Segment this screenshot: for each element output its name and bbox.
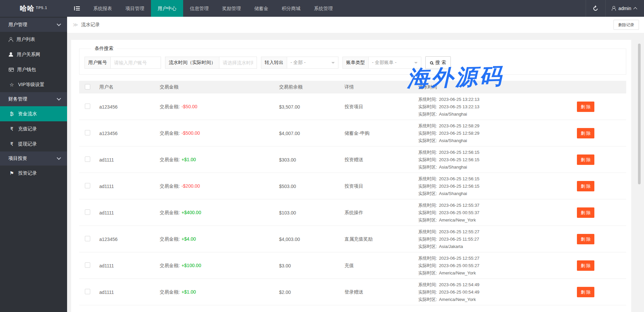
time-line: 实际时区:Asia/Shanghai [418, 190, 566, 197]
refresh-icon [593, 5, 599, 11]
time-line: 实际时间:2023-06-25 00:54:49 [418, 289, 566, 296]
sidebar-item-label: 充值记录 [18, 126, 37, 132]
row-checkbox[interactable] [85, 262, 90, 268]
users-icon [9, 52, 13, 57]
delete-row-button[interactable]: 删 除 [577, 234, 594, 244]
delete-row-button[interactable]: 删 除 [577, 154, 594, 165]
nav-item[interactable]: 系统管理 [307, 0, 339, 17]
cell-username: a123456 [94, 104, 160, 110]
time-line: 实际时间:2023-06-25 00:55:27 [418, 262, 566, 269]
nav-item[interactable]: 储蓄金 [248, 0, 275, 17]
sidebar-item[interactable]: ₹ 提现记录 [0, 136, 67, 151]
delete-row-button[interactable]: 删 除 [577, 207, 594, 218]
sidebar-item[interactable]: ☆ VIP等级设置 [0, 77, 67, 92]
table-row: a123456 交易金额:-$500.00 $4,007.00 储蓄金-申购 系… [79, 120, 626, 146]
sidebar-item[interactable]: 用户钱包 [0, 62, 67, 77]
app-root: 哈哈TP5.1 系统报表项目管理用户中心信息管理奖励管理储蓄金积分商城系统管理 … [0, 0, 644, 312]
time-line: 实际时间:2023-06-25 12:58:29 [418, 130, 566, 137]
header-detail: 详情 [344, 84, 418, 90]
flow-time-input[interactable] [219, 57, 257, 69]
time-line: 实际时间:2023-06-25 13:22:13 [418, 103, 566, 111]
time-line: 系统时间:2023-06-25 13:22:13 [418, 96, 566, 103]
row-checkbox[interactable] [85, 130, 90, 135]
search-button-label: 搜 索 [435, 60, 446, 66]
cell-amount: 交易金额:-$200.00 [160, 183, 279, 189]
row-checkbox[interactable] [85, 289, 90, 294]
cell-amount: 交易金额:-$50.00 [160, 104, 279, 110]
time-line: 实际时区:Asia/Shanghai [418, 164, 566, 171]
user-icon [612, 6, 616, 11]
breadcrumb-arrows-icon [73, 22, 78, 28]
cell-flow-time: 系统时间:2023-06-25 12:56:15实际时间:2023-06-25 … [418, 146, 566, 173]
user-menu[interactable]: admin [606, 0, 644, 17]
time-line: 系统时间:2023-06-25 12:58:29 [418, 122, 566, 130]
select-all-checkbox[interactable] [85, 84, 90, 89]
nav-item[interactable]: 信息管理 [183, 0, 215, 17]
delete-row-button[interactable]: 删 除 [577, 181, 594, 191]
app-logo[interactable]: 哈哈TP5.1 [0, 0, 67, 17]
time-field-label: 流水时间（实际时间） [165, 57, 219, 69]
bill-type-select[interactable]: - 全部账单 - [369, 57, 421, 69]
delete-row-button[interactable]: 删 除 [577, 128, 594, 138]
nav-item[interactable]: 用户中心 [151, 0, 183, 17]
refresh-button[interactable] [586, 0, 605, 17]
sidebar-item[interactable]: 用户列表 [0, 32, 67, 47]
delete-row-button[interactable]: 删 除 [577, 287, 594, 297]
rupee-icon: ₹ [9, 141, 15, 146]
delete-records-button[interactable]: 删除记录 [613, 20, 639, 30]
sidebar-item[interactable]: ₿ 资金流水 [0, 106, 67, 121]
cell-balance: $3,507.00 [279, 104, 344, 110]
header-amount: 交易金额 [160, 84, 279, 90]
cell-flow-time: 系统时间:2023-06-25 12:55:27实际时间:2023-06-25 … [418, 226, 566, 252]
sidebar-section-title: 项目投资 [8, 155, 57, 162]
nav-item[interactable]: 项目管理 [119, 0, 151, 17]
delete-row-button[interactable]: 删 除 [577, 102, 594, 112]
cell-detail: 充值 [344, 263, 418, 269]
header-flow-time: 流水时间 [418, 84, 566, 90]
row-checkbox[interactable] [85, 209, 90, 215]
cell-amount: 交易金额:+$400.00 [160, 210, 279, 216]
sidebar-toggle-button[interactable] [67, 0, 87, 17]
bitcoin-icon: ₿ [9, 111, 15, 116]
delete-row-button[interactable]: 删 除 [577, 260, 594, 271]
row-checkbox[interactable] [85, 104, 90, 109]
row-checkbox[interactable] [85, 183, 90, 188]
nav-right: admin [586, 0, 644, 17]
cell-username: ad1111 [94, 290, 160, 295]
search-icon [430, 61, 433, 64]
time-line: 系统时间:2023-06-25 12:54:49 [418, 281, 566, 289]
row-checkbox[interactable] [85, 157, 90, 162]
time-line: 实际时区:Asia/Jakarta [418, 243, 566, 250]
cell-flow-time: 系统时间:2023-06-25 12:55:27实际时间:2023-06-25 … [418, 252, 566, 279]
flag-icon: ⚑ [9, 171, 15, 176]
sidebar-item[interactable]: ₹ 充值记录 [0, 121, 67, 136]
cell-amount: 交易金额:+$4.00 [160, 236, 279, 242]
nav-item[interactable]: 积分商城 [275, 0, 307, 17]
chevron-down-icon [57, 96, 61, 101]
sidebar-item-label: 资金流水 [18, 111, 37, 117]
search-button[interactable]: 搜 索 [425, 56, 451, 69]
cell-username: ad1111 [94, 184, 160, 189]
select-arrow-icon [331, 62, 335, 65]
search-legend: 条件搜索 [91, 46, 117, 52]
wallet-icon [9, 68, 14, 72]
scrollbar-thumb[interactable] [638, 44, 641, 184]
sidebar-section-header[interactable]: 用户管理 [0, 18, 67, 32]
table-row: 系统时间:2023-06-25 12:54:45 删 除 [79, 305, 626, 312]
sidebar-section-header[interactable]: 项目投资 [0, 151, 67, 166]
direction-select[interactable]: - 全部 - [287, 57, 338, 69]
cell-flow-time: 系统时间:2023-06-25 13:22:13实际时间:2023-06-25 … [418, 93, 566, 120]
cell-amount: 交易金额:+$1.00 [160, 157, 279, 163]
sidebar-item[interactable]: 用户关系网 [0, 47, 67, 62]
nav-item[interactable]: 系统报表 [87, 0, 119, 17]
sidebar-section-header[interactable]: 财务管理 [0, 92, 67, 106]
time-line: 实际时间:2023-06-25 12:56:15 [418, 156, 566, 164]
nav-item[interactable]: 奖励管理 [215, 0, 248, 17]
direction-field-label: 转入转出 [261, 57, 287, 69]
account-input[interactable] [111, 57, 161, 69]
menu-icon [74, 6, 80, 10]
table-row: ad1111 交易金额:+$1.00 $303.00 投资赠送 系统时间:202… [79, 146, 626, 173]
sidebar-item[interactable]: ⚑ 投资记录 [0, 166, 67, 181]
row-checkbox[interactable] [85, 236, 90, 241]
search-panel: 条件搜索 用户账号 流水时间（实际时间） 转入转出 - 全部 - [79, 46, 626, 75]
